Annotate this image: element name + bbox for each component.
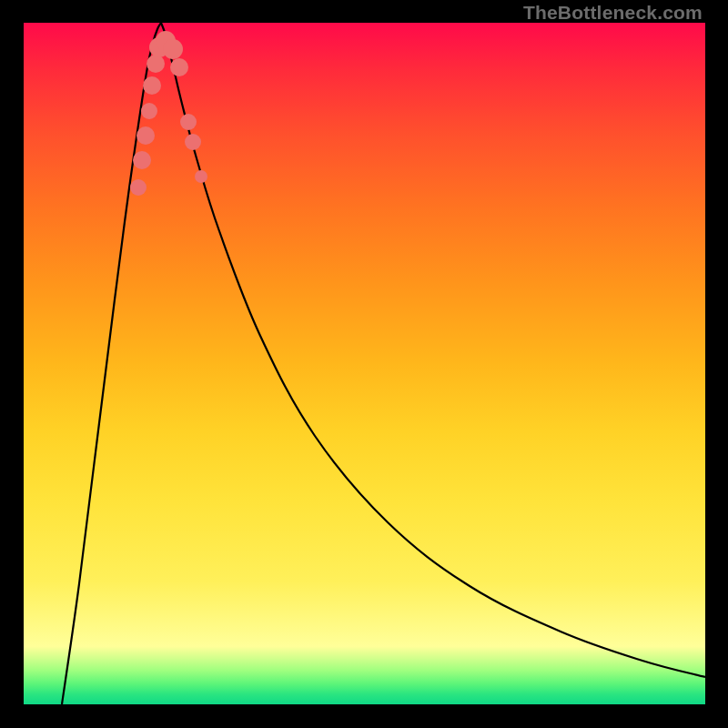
marker-dot [170,58,188,76]
marker-dot [141,103,157,119]
marker-dot [163,39,183,59]
marker-dot [180,114,197,130]
marker-dot [195,170,207,183]
marker-dot [185,134,201,150]
plot-area [24,23,705,704]
marker-dot [130,179,147,196]
curve-svg [24,23,705,704]
marker-dot [136,126,155,145]
right-branch-curve [161,23,705,677]
marker-dot [147,55,165,73]
attribution-text: TheBottleneck.com [523,2,703,24]
marker-group [130,31,207,196]
marker-dot [133,151,151,169]
left-branch-curve [62,23,161,704]
marker-dot [143,76,161,95]
chart-container: TheBottleneck.com [0,0,728,728]
